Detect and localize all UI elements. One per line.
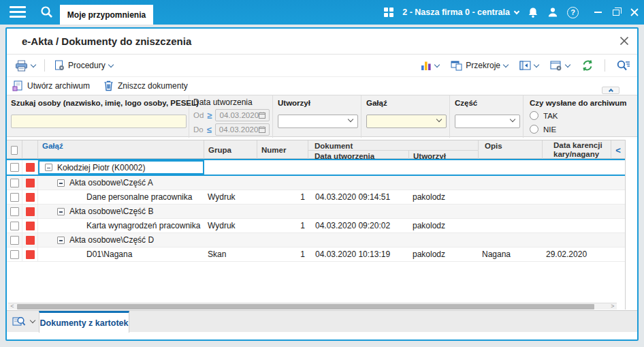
toolbar-divider: [605, 59, 605, 72]
cell-utworzyl: [409, 160, 479, 175]
bottom-tab-label: Dokumenty z kartotek: [40, 318, 129, 328]
procedury-button[interactable]: Procedury: [51, 58, 116, 73]
window-settings-button[interactable]: [547, 59, 573, 73]
data-do-input[interactable]: 04.03.2020: [215, 123, 270, 136]
bottom-views-button[interactable]: [12, 316, 35, 327]
czesc-select[interactable]: [455, 115, 520, 128]
column-header-opis[interactable]: Opis: [479, 140, 543, 160]
calendar-icon: [259, 126, 265, 133]
collapse-minus-icon[interactable]: [57, 208, 65, 215]
table-row[interactable]: Akta osobowe\Część D: [7, 233, 625, 247]
notifications-bell-icon[interactable]: [528, 7, 538, 18]
tak-radio[interactable]: [530, 111, 538, 120]
row-checkbox[interactable]: [10, 236, 19, 245]
galaz-filter-label: Gałąź: [366, 99, 387, 107]
table-row[interactable]: Dane personalne pracownika Wydruk 1 04.0…: [7, 190, 625, 205]
chart-button[interactable]: [418, 58, 442, 73]
zniszcz-dokumenty-label: Zniszcz dokumenty: [118, 81, 188, 91]
row-checkbox[interactable]: [10, 222, 19, 230]
hamburger-menu-icon[interactable]: [10, 6, 26, 18]
cell-utworzyl: [409, 205, 479, 218]
greater-equal-icon: ≥: [207, 110, 212, 121]
data-utworzenia-label: Data utworzenia: [193, 97, 253, 107]
zniszcz-dokumenty-button[interactable]: Zniszcz dokumenty: [103, 80, 188, 91]
dialog-close-icon[interactable]: [619, 36, 629, 46]
cell-data-utworzenia: [308, 160, 409, 175]
table-row[interactable]: Karta wynagrodzeń pracownika Wydruk 1 04…: [7, 219, 625, 233]
main-toolbar: Procedury Przekroje: [7, 55, 637, 77]
table-row[interactable]: Kołodziej Piotr (K00002): [7, 159, 625, 176]
window-close-button[interactable]: [630, 8, 639, 16]
cell-data-utworzenia: [308, 205, 409, 218]
cell-data-utworzenia: 04.03.2020 09:20:02: [308, 219, 409, 232]
tab-moje-przypomnienia[interactable]: Moje przypomnienia: [60, 5, 153, 25]
filter-panel-collapse-up-button[interactable]: [602, 87, 619, 94]
refresh-icon: [581, 59, 594, 72]
cell-grupa: [204, 176, 257, 190]
przekroje-label: Przekroje: [466, 61, 500, 70]
collapse-minus-icon[interactable]: [57, 237, 65, 244]
apps-grid-icon[interactable]: [384, 7, 393, 17]
select-all-checkbox[interactable]: [11, 146, 18, 155]
right-scroll-strip: [625, 140, 636, 310]
nie-radio[interactable]: [530, 125, 538, 134]
data-od-input[interactable]: 04.03.2020: [215, 109, 270, 121]
print-button[interactable]: [12, 58, 38, 74]
cell-utworzyl: [409, 233, 479, 247]
dock-panel-button[interactable]: [517, 59, 541, 72]
cell-grupa: [204, 205, 257, 218]
window-restore-button[interactable]: [613, 10, 619, 16]
utworz-archiwum-button[interactable]: Utwórz archiwum: [12, 80, 90, 91]
chevron-up-icon: [608, 89, 613, 93]
collapse-minus-icon[interactable]: [45, 164, 52, 171]
toolbar-divider: [44, 59, 45, 72]
scroll-left-arrow[interactable]: <: [8, 303, 16, 310]
user-profile-icon[interactable]: [547, 7, 558, 18]
refresh-button[interactable]: [579, 57, 596, 74]
window-minimize-button[interactable]: [594, 12, 602, 13]
chevron-down-icon: [510, 117, 515, 122]
chevron-down-icon: [514, 8, 519, 14]
collapse-side-panel-button[interactable]: <: [611, 140, 625, 160]
cell-numer: [257, 205, 308, 218]
utworzyl-filter-label: Utworzył: [278, 99, 310, 107]
row-checkbox[interactable]: [10, 250, 19, 259]
cell-numer: [257, 233, 308, 247]
trash-icon: [103, 80, 114, 91]
actions-toolbar: Utwórz archiwum Zniszcz dokumenty: [7, 77, 637, 95]
row-checkbox[interactable]: [10, 179, 19, 187]
search-in-results-button[interactable]: [613, 57, 633, 74]
cell-numer: [257, 176, 308, 190]
utworzyl-select[interactable]: [278, 115, 358, 128]
row-checkbox[interactable]: [10, 163, 19, 172]
help-icon[interactable]: ?: [567, 7, 579, 18]
company-selector[interactable]: 2 - Nasza firma 0 - centrala: [402, 7, 519, 17]
destroy-flag-icon: [26, 236, 35, 245]
global-search-icon[interactable]: [39, 5, 54, 20]
column-header-grupa[interactable]: Grupa: [204, 140, 257, 160]
horizontal-scrollbar[interactable]: < >: [8, 303, 617, 310]
collapse-minus-icon[interactable]: [57, 179, 65, 187]
column-header-galaz[interactable]: Gałąź: [38, 140, 204, 160]
do-label: Do: [193, 125, 204, 134]
szukaj-osoby-input[interactable]: [11, 115, 187, 128]
table-row[interactable]: Akta osobowe\Część A: [7, 176, 625, 190]
galaz-select[interactable]: [366, 115, 447, 128]
column-header-numer[interactable]: Numer: [257, 140, 308, 160]
table-row[interactable]: Akta osobowe\Część B: [7, 205, 625, 219]
scrollbar-thumb[interactable]: [17, 304, 594, 310]
column-header-karencja[interactable]: Data karencji kary/nagany: [543, 140, 611, 160]
table-row[interactable]: D01\Nagana Skan 1 04.03.2020 10:13:19 pa…: [7, 247, 625, 262]
szukaj-osoby-label: Szukaj osoby (nazwisko, imię, logo osoby…: [11, 99, 199, 107]
row-checkbox[interactable]: [10, 207, 19, 216]
tab-dokumenty-z-kartotek[interactable]: Dokumenty z kartotek: [39, 311, 129, 333]
scroll-right-arrow[interactable]: >: [609, 303, 617, 310]
column-header-dokument[interactable]: Dokument: [308, 140, 479, 150]
column-header-utworzyl[interactable]: Utworzył: [409, 150, 479, 160]
table-header: Gałąź Grupa Numer Dokument Data utworzen…: [7, 140, 625, 159]
przekroje-button[interactable]: Przekroje: [448, 59, 511, 73]
cell-opis: Nagana: [479, 247, 543, 261]
column-header-data-utworzenia[interactable]: Data utworzenia: [308, 150, 409, 160]
tak-label: TAK: [543, 112, 558, 120]
row-checkbox[interactable]: [10, 193, 19, 202]
